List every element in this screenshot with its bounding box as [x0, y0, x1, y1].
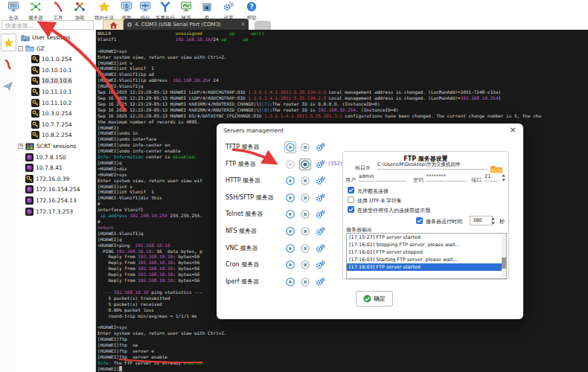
tree-item-172-16-254-13[interactable]: 172.16.254.13: [25, 196, 77, 205]
tftp-settings-button[interactable]: [314, 141, 326, 153]
http-stop-button[interactable]: [299, 175, 311, 187]
toolbar-button-my-sessions[interactable]: 我的会话: [92, 1, 116, 19]
tree-item-label: 10.11.10.2: [42, 100, 72, 106]
terminal-line: [HUAWEI]: [98, 366, 541, 372]
telnet-start-button[interactable]: [284, 208, 296, 220]
tab-close-icon[interactable]: ×: [240, 21, 246, 28]
telnet-stop-button-icon: [301, 210, 310, 219]
log-scrollbar-thumb[interactable]: [502, 257, 506, 269]
toolbar-button-servers[interactable]: 服务器: [24, 1, 48, 19]
tree-item-10-10-10-6[interactable]: 10.10.10.6: [31, 76, 72, 86]
tree-item-172-17-3-253[interactable]: 172.17.3.253: [25, 207, 73, 217]
vnc-settings-button[interactable]: [314, 243, 326, 254]
runtime-checkbox[interactable]: [416, 217, 423, 224]
nfs-stop-button[interactable]: [299, 225, 311, 237]
tree-item-10-7-8-150[interactable]: 10.7.8.150: [25, 153, 66, 162]
ftp-start-button[interactable]: [284, 158, 296, 170]
runtime-field[interactable]: 360: [470, 216, 493, 225]
vnc-stop-button-icon: [301, 244, 310, 253]
tree-item-user-sessions[interactable]: User sessions: [21, 33, 70, 42]
cron-settings-button[interactable]: [314, 259, 326, 271]
tree-item-scrt-sessions[interactable]: SCRT sessions: [25, 141, 76, 151]
option-checkbox-2[interactable]: [348, 206, 354, 213]
quick-connect-input[interactable]: 快速连接...: [1, 20, 94, 30]
toolbar-button-help[interactable]: ?帮助: [240, 1, 263, 19]
ssh-sftp-settings-button[interactable]: [314, 192, 326, 204]
tree-item-172-16-0-39[interactable]: 172.16.0.39: [25, 174, 69, 184]
tree-item-label: 10.3.0.254: [42, 110, 72, 117]
tree-item-10-7-7-254[interactable]: 10.7.7.254: [31, 120, 72, 129]
ftp-settings-button[interactable]: [314, 158, 326, 170]
terminal-line: [98, 42, 541, 48]
iperf-start-button[interactable]: [284, 276, 296, 288]
vnc-start-button[interactable]: [284, 243, 296, 254]
dialog-close-icon[interactable]: ×: [508, 126, 517, 135]
tree-item-10-11-10-1[interactable]: 10.11.10.1: [31, 87, 72, 97]
http-start-button[interactable]: [284, 175, 296, 187]
tree-item-10-7-8-41[interactable]: 10.7.8.41: [25, 163, 63, 173]
tree-item-label: 10.1.0.254: [42, 56, 72, 62]
toolbar-button-games[interactable]: 游戏: [68, 1, 92, 19]
server-label-ssh-sftp: SSH/SFTP 服务器: [226, 193, 274, 202]
cron-stop-button[interactable]: [299, 259, 311, 271]
vnc-stop-button[interactable]: [299, 243, 311, 254]
root-directory-field[interactable]: C:\Users\M\Desktop\华为交换机固件: [377, 161, 488, 170]
nfs-start-button-icon: [286, 227, 295, 236]
log-entry[interactable]: [17:16:01] Stopping FTP server, please w…: [347, 241, 506, 248]
toolbar-button-packages[interactable]: 包: [195, 1, 219, 19]
tftp-start-button[interactable]: [284, 141, 296, 153]
ftp-stop-button-icon: [301, 160, 310, 169]
tree-expander-collapse[interactable]: -: [18, 46, 23, 51]
tab-com3[interactable]: 4. COM3 (USB Serial Port (COM3) ×: [124, 19, 249, 30]
log-entry[interactable]: [17:16:03] FTP server started: [347, 263, 506, 271]
toolbar-button-tools[interactable]: 工具: [46, 1, 70, 19]
key-session-icon: [25, 175, 33, 183]
tree-item-10-11-10-2[interactable]: 10.11.10.2: [31, 98, 72, 108]
nfs-start-button[interactable]: [284, 225, 296, 237]
tree-item-10-1-0-254[interactable]: 10.1.0.254: [31, 54, 72, 64]
option-checkbox-0[interactable]: [348, 187, 354, 193]
iperf-stop-button[interactable]: [299, 276, 311, 288]
port-field[interactable]: 21: [485, 173, 499, 182]
iperf-settings-button[interactable]: [314, 276, 326, 288]
tree-item-gz[interactable]: GZ: [25, 44, 45, 54]
server-output-list[interactable]: [17:15:27] FTP server started[17:16:01] …: [346, 233, 507, 279]
user-field[interactable]: admin: [359, 173, 406, 182]
ftp-start-button-icon: [286, 160, 295, 169]
ssh-session-icon: [25, 208, 33, 216]
telnet-settings-button[interactable]: [314, 208, 326, 220]
option-checkbox-1[interactable]: [348, 196, 354, 203]
tree-item-10-10-10-1[interactable]: 10.10.10.1: [31, 65, 72, 75]
cron-start-button[interactable]: [284, 259, 296, 271]
terminal-line: Sep 16 2025 12:23:29-05:13 HUAWEI %%01RM…: [98, 107, 541, 113]
telnet-stop-button[interactable]: [299, 208, 311, 220]
log-scrollbar[interactable]: [502, 234, 506, 277]
log-entry[interactable]: [17:15:27] FTP server started: [347, 234, 506, 241]
side-tab-sessions-star[interactable]: [1, 33, 16, 51]
tree-item-10-3-0-254[interactable]: 10.3.0.254: [31, 109, 72, 118]
my-sessions-icon: [98, 1, 110, 12]
tree-expander-expand[interactable]: +: [18, 144, 23, 149]
password-field[interactable]: ********: [426, 173, 467, 182]
http-settings-button[interactable]: [314, 175, 326, 187]
ftp-stop-button[interactable]: [299, 158, 311, 170]
ssh-sftp-start-button[interactable]: [284, 192, 296, 204]
toolbar-button-settings[interactable]: 设置: [217, 1, 240, 19]
side-tab-tools-red[interactable]: [1, 57, 15, 73]
log-entry[interactable]: [17:16:03] Starting FTP server, please w…: [347, 256, 506, 263]
check-icon: [363, 295, 371, 303]
tree-item-label: 172.16.0.39: [36, 176, 69, 182]
tree-item-10-8-2-254[interactable]: 10.8.2.254: [31, 130, 72, 140]
nfs-settings-button[interactable]: [314, 225, 326, 237]
ssh-sftp-stop-button[interactable]: [299, 192, 311, 204]
tftp-stop-button[interactable]: [299, 141, 311, 153]
tab-stub[interactable]: [255, 21, 271, 30]
runtime-spinner[interactable]: [490, 217, 496, 225]
log-entry[interactable]: [17:16:01] FTP server stopped: [347, 248, 506, 256]
tab-home[interactable]: [103, 19, 124, 31]
ok-button[interactable]: 确定: [356, 291, 393, 307]
port-spinner[interactable]: [501, 173, 506, 182]
toolbar-button-session[interactable]: 会话: [1, 1, 25, 19]
tree-item-172-16-154-254[interactable]: 172.16.154.254: [25, 185, 80, 194]
side-tab-macros-plane[interactable]: [1, 78, 15, 94]
